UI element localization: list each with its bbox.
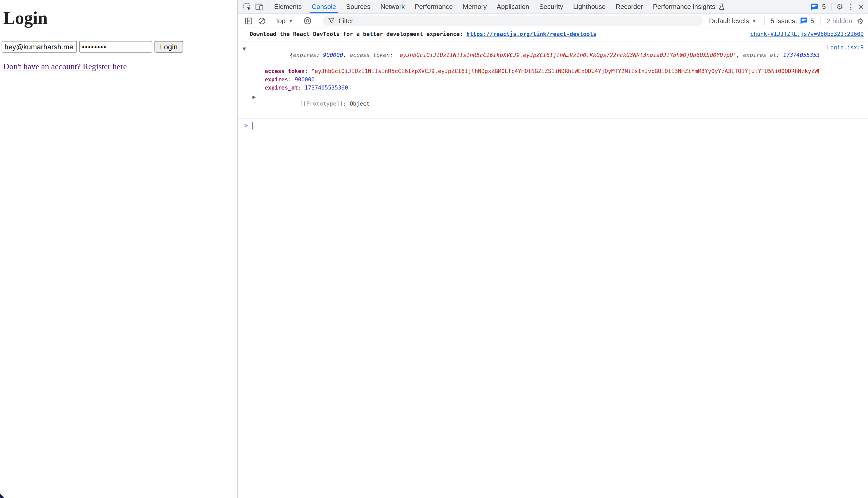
- login-button[interactable]: Login: [154, 41, 183, 53]
- console-token: :: [776, 52, 783, 58]
- console-token: :: [316, 52, 323, 58]
- console-token: :: [298, 84, 305, 91]
- issues-chat-icon[interactable]: [810, 3, 818, 10]
- tab-elements[interactable]: Elements: [269, 0, 307, 13]
- property-row-expires-at: expires_at: 1737405535360: [238, 84, 819, 92]
- more-options-kebab-icon[interactable]: ⋮: [847, 3, 854, 10]
- divider: [820, 16, 821, 25]
- log-levels-dropdown[interactable]: Default levels ▼: [708, 17, 758, 24]
- expand-arrow-icon[interactable]: ▶: [253, 94, 256, 102]
- console-message-text: Download the React DevTools for a better…: [238, 30, 742, 39]
- javascript-context-dropdown[interactable]: top ▼: [272, 17, 297, 24]
- login-form: Login: [2, 41, 237, 53]
- collapse-arrow-icon[interactable]: ▼: [243, 45, 246, 53]
- text-cursor: [252, 122, 253, 130]
- console-token: {: [290, 52, 293, 58]
- tab-memory[interactable]: Memory: [458, 0, 492, 13]
- console-message-object-log: ▼{expires: 900000, access_token: 'eyJhbG…: [238, 41, 868, 119]
- tab-security[interactable]: Security: [534, 0, 568, 13]
- filter-funnel-icon: [328, 17, 335, 24]
- devtools-tab-bar: Elements Console Sources Network Perform…: [238, 0, 868, 14]
- issues-counter[interactable]: 5 Issues: 5: [770, 17, 814, 24]
- chevron-down-icon: ▼: [752, 18, 756, 24]
- console-token: 'eyJhbGciOiJIUzI1NiIsInR5cCI6IkpXVCJ9.ey…: [396, 52, 737, 58]
- console-token: ,: [343, 52, 350, 58]
- issues-count-badge: 5: [822, 3, 826, 10]
- console-token: ,: [737, 52, 743, 58]
- tab-network[interactable]: Network: [375, 0, 410, 13]
- login-page: Login Login Don't have an account? Regis…: [0, 0, 238, 498]
- inspect-element-icon[interactable]: [241, 0, 253, 13]
- devtools-panel: Elements Console Sources Network Perform…: [238, 0, 868, 498]
- hidden-messages-label[interactable]: 2 hidden: [827, 17, 852, 24]
- console-token: "eyJhbGciOiJIUzI1NiIsInR5cCI6IkpXVCJ9.ey…: [311, 68, 819, 74]
- corner-triangle-decoration: [0, 494, 4, 498]
- source-link-chunk[interactable]: chunk-VIJJTZRL.js?v=960bd321:21609: [742, 30, 864, 39]
- divider: [764, 16, 764, 25]
- register-link[interactable]: Don't have an account? Register here: [3, 62, 127, 71]
- console-token: expires: [293, 52, 316, 58]
- clear-console-icon[interactable]: [255, 17, 269, 24]
- email-field[interactable]: [2, 41, 77, 53]
- tab-recorder[interactable]: Recorder: [611, 0, 648, 13]
- console-prompt[interactable]: >: [238, 119, 868, 129]
- console-token: access_token: [265, 68, 305, 74]
- toolbar-right-controls: Default levels ▼ 5 Issues: 5: [708, 14, 864, 27]
- tab-console[interactable]: Console: [307, 0, 341, 13]
- prompt-chevron-icon: >: [244, 122, 248, 130]
- flask-icon: [718, 3, 725, 10]
- close-devtools-icon[interactable]: ×: [858, 2, 864, 11]
- console-token: 900000: [323, 52, 343, 58]
- console-message-react-devtools: Download the React DevTools for a better…: [238, 28, 868, 41]
- console-token: 900000: [295, 76, 315, 82]
- console-token: :: [288, 76, 294, 82]
- tab-bar-right-controls: 5 ⚙ ⋮ ×: [806, 0, 868, 13]
- prototype-row: ▶[[Prototype]]: Object: [238, 92, 819, 116]
- browser-window: Login Login Don't have an account? Regis…: [0, 0, 868, 498]
- tab-sources[interactable]: Sources: [341, 0, 375, 13]
- console-output: Download the React DevTools for a better…: [238, 28, 868, 498]
- tab-performance[interactable]: Performance: [410, 0, 458, 13]
- console-token: [[Prototype]]: [299, 101, 343, 107]
- console-sidebar-toggle-icon[interactable]: [242, 17, 255, 24]
- console-token: expires_at: [265, 84, 298, 91]
- tab-performance-insights[interactable]: Performance insights: [648, 0, 730, 13]
- source-link-login-jsx[interactable]: Login.jsx:9: [819, 43, 864, 52]
- page-title: Login: [3, 9, 237, 28]
- console-toolbar: top ▼ Default l: [238, 14, 868, 28]
- console-token: expires: [265, 76, 288, 82]
- divider: [267, 2, 267, 11]
- console-token: 1737405535360: [783, 52, 819, 58]
- console-token: 1737405535360: [305, 84, 348, 91]
- console-token: Object: [350, 101, 370, 107]
- console-token: Download the React DevTools for a better…: [250, 31, 466, 37]
- console-token: :: [305, 68, 311, 74]
- filter-input[interactable]: [339, 17, 698, 24]
- live-expression-eye-icon[interactable]: [301, 16, 314, 25]
- settings-gear-icon[interactable]: ⚙: [836, 3, 843, 10]
- property-row-expires: expires: 900000: [238, 76, 819, 84]
- console-token: :: [390, 52, 396, 58]
- console-token: access_token: [350, 52, 390, 58]
- issues-chat-icon: [800, 17, 807, 24]
- console-token: expires_at: [743, 52, 776, 58]
- property-row-access-token: access_token: "eyJhbGciOiJIUzI1NiIsInR5c…: [238, 68, 819, 76]
- console-token: https://reactjs.org/link/react-devtools: [466, 31, 596, 37]
- filter-box: [322, 15, 702, 26]
- password-field[interactable]: [79, 41, 152, 53]
- console-token: :: [343, 101, 349, 107]
- console-settings-gear-icon[interactable]: ⚙: [857, 17, 864, 24]
- tab-lighthouse[interactable]: Lighthouse: [568, 0, 611, 13]
- divider: [831, 3, 831, 10]
- chevron-down-icon: ▼: [288, 18, 293, 24]
- device-toolbar-icon[interactable]: [253, 0, 265, 13]
- tab-application[interactable]: Application: [492, 0, 534, 13]
- object-preview-line: ▼{expires: 900000, access_token: 'eyJhbG…: [238, 43, 819, 68]
